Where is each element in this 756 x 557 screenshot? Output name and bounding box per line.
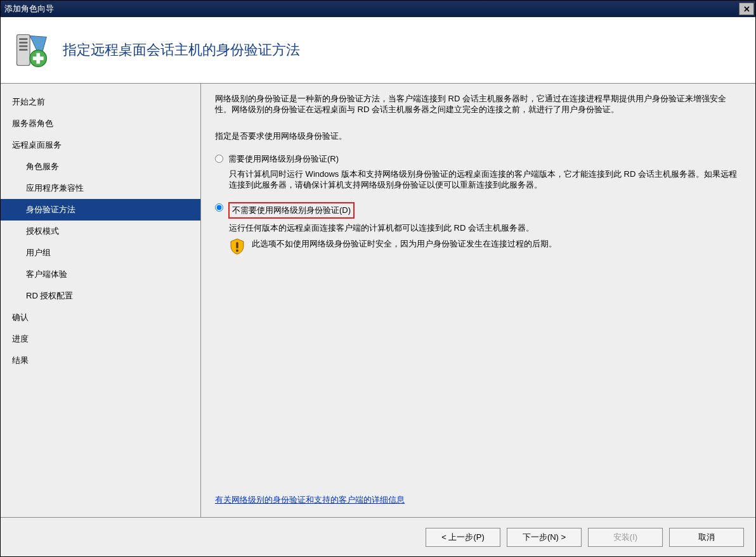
option-no-nla[interactable]: 不需要使用网络级别身份验证(D) (215, 202, 741, 219)
option-no-nla-desc: 运行任何版本的远程桌面连接客户端的计算机都可以连接到此 RD 会话主机服务器。 (215, 222, 741, 234)
server-add-icon (12, 31, 50, 69)
radio-no-nla[interactable] (215, 203, 223, 212)
link-area: 有关网络级别的身份验证和支持的客户端的详细信息 (215, 494, 741, 506)
sidebar-item-label: 身份验证方法 (26, 205, 75, 214)
sidebar-item-app-compat[interactable]: 应用程序兼容性 (1, 177, 200, 199)
header: 指定远程桌面会话主机的身份验证方法 (1, 17, 755, 84)
warning-shield-icon (229, 238, 245, 255)
intro-text: 网络级别的身份验证是一种新的身份验证方法，当客户端连接到 RD 会话主机服务器时… (215, 94, 741, 115)
titlebar-text: 添加角色向导 (4, 3, 54, 15)
previous-button[interactable]: < 上一步(P) (426, 528, 500, 547)
sidebar-item-label: 确认 (12, 312, 29, 322)
sidebar-item-label: 用户组 (26, 248, 51, 257)
prompt-text: 指定是否要求使用网络级身份验证。 (215, 131, 741, 142)
sidebar-item-label: 远程桌面服务 (12, 140, 62, 150)
more-info-link[interactable]: 有关网络级别的身份验证和支持的客户端的详细信息 (215, 495, 405, 504)
close-button[interactable]: ✕ (739, 3, 754, 15)
sidebar-item-label: RD 授权配置 (26, 291, 73, 300)
sidebar-item-server-roles[interactable]: 服务器角色 (1, 113, 200, 134)
wizard-window: 添加角色向导 ✕ 指定远程桌面会话主机的身份验证方法 开始之前 服务器角色 (0, 0, 756, 557)
sidebar-item-role-services[interactable]: 角色服务 (1, 156, 200, 177)
sidebar-item-label: 授权模式 (26, 226, 59, 236)
option-label-highlighted: 不需要使用网络级别身份验证(D) (228, 202, 355, 219)
warning-row: 此选项不如使用网络级身份验证时安全，因为用户身份验证发生在连接过程的后期。 (215, 238, 741, 255)
content-panel: 网络级别的身份验证是一种新的身份验证方法，当客户端连接到 RD 会话主机服务器时… (201, 84, 755, 517)
next-button[interactable]: 下一步(N) > (507, 528, 582, 547)
sidebar-item-rd-license-config[interactable]: RD 授权配置 (1, 285, 200, 307)
sidebar-item-label: 开始之前 (12, 97, 45, 106)
sidebar-item-label: 进度 (12, 334, 29, 343)
sidebar-item-progress[interactable]: 进度 (1, 328, 200, 350)
body: 开始之前 服务器角色 远程桌面服务 角色服务 应用程序兼容性 身份验证方法 授权… (1, 84, 755, 517)
svg-rect-3 (19, 46, 27, 48)
sidebar-item-label: 服务器角色 (12, 118, 53, 128)
svg-rect-8 (236, 242, 238, 248)
titlebar: 添加角色向导 ✕ (1, 1, 755, 17)
sidebar-item-label: 角色服务 (26, 162, 59, 171)
sidebar-item-user-groups[interactable]: 用户组 (1, 242, 200, 264)
warning-text: 此选项不如使用网络级身份验证时安全，因为用户身份验证发生在连接过程的后期。 (252, 238, 557, 250)
option-label: 需要使用网络级别身份验证(R) (228, 153, 339, 165)
svg-rect-4 (19, 49, 27, 51)
svg-rect-1 (19, 38, 27, 40)
svg-rect-7 (33, 56, 44, 60)
install-button[interactable]: 安装(I) (588, 528, 663, 547)
sidebar-item-rds[interactable]: 远程桌面服务 (1, 134, 200, 156)
sidebar-item-results[interactable]: 结果 (1, 350, 200, 371)
svg-point-9 (236, 250, 238, 252)
page-title: 指定远程桌面会话主机的身份验证方法 (63, 41, 300, 60)
svg-rect-2 (19, 42, 27, 44)
option-require-nla[interactable]: 需要使用网络级别身份验证(R) (215, 153, 741, 165)
option-require-nla-desc: 只有计算机同时运行 Windows 版本和支持网络级别身份验证的远程桌面连接的客… (215, 169, 741, 191)
sidebar-item-auth-method[interactable]: 身份验证方法 (1, 199, 200, 221)
sidebar-item-label: 客户端体验 (26, 269, 67, 279)
sidebar-item-licensing-mode[interactable]: 授权模式 (1, 221, 200, 242)
sidebar-item-label: 应用程序兼容性 (26, 183, 84, 193)
sidebar-item-label: 结果 (12, 355, 29, 365)
cancel-button[interactable]: 取消 (669, 528, 744, 547)
sidebar-item-client-exp[interactable]: 客户端体验 (1, 264, 200, 285)
footer: < 上一步(P) 下一步(N) > 安装(I) 取消 (1, 517, 755, 556)
sidebar-item-before-begin[interactable]: 开始之前 (1, 91, 200, 113)
sidebar: 开始之前 服务器角色 远程桌面服务 角色服务 应用程序兼容性 身份验证方法 授权… (1, 84, 201, 517)
sidebar-item-confirm[interactable]: 确认 (1, 307, 200, 328)
close-icon: ✕ (743, 4, 750, 14)
radio-require-nla[interactable] (215, 155, 223, 163)
